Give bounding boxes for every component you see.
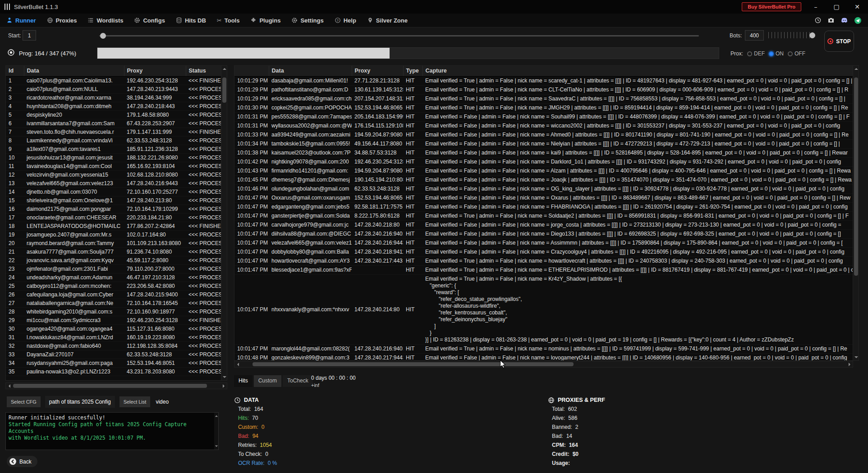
job-row[interactable]: 25catboypro112@gmail.com:mcohen:223.206.… bbox=[6, 282, 221, 290]
column-header[interactable]: Data bbox=[269, 66, 352, 76]
log-scrollbar[interactable] bbox=[214, 413, 218, 450]
job-row[interactable]: 6ivanmillarsantana7@gmail.com:Sam67.43.2… bbox=[6, 119, 221, 127]
column-header[interactable] bbox=[234, 66, 269, 76]
job-row[interactable]: 31l.nowaklukasz84@gmail.com:LNZrd160.19.… bbox=[6, 333, 221, 341]
nav-tools[interactable]: ✂ Tools bbox=[217, 17, 240, 24]
hit-row[interactable]: 10:01:29 PMpathoftitanstitano@gmail.com:… bbox=[234, 85, 853, 94]
hit-row[interactable]: 10:01:31 PMwyllasousa2002@gmail.com:@W17… bbox=[234, 121, 853, 130]
job-row[interactable]: 7steven.toto.flo@chih.nuevaescuela.r179.… bbox=[6, 127, 221, 136]
column-header[interactable]: Proxy bbox=[124, 66, 186, 76]
buy-pro-button[interactable]: Buy SilverBullet Pro bbox=[742, 2, 801, 11]
bots-input[interactable] bbox=[745, 30, 764, 41]
hit-row[interactable]: 10:01:30 PMcopkei25@gmail.com:POPOCHA152… bbox=[234, 103, 853, 112]
hit-row[interactable]: 10:01:43 PMfirmanridho141201@gmail.com:1… bbox=[234, 166, 853, 175]
radio-icon[interactable] bbox=[747, 51, 752, 56]
hit-row[interactable]: 10:01:47 PMnhxxvanakly@gmail.com:*nhxxv1… bbox=[234, 274, 853, 344]
hit-row[interactable]: 10:01:31 PMpes555288@gmail.com:7amapes20… bbox=[234, 112, 853, 121]
job-row[interactable]: 21asakura7777@gmail.com:Soulja77791.236.… bbox=[6, 247, 221, 256]
hits-horizontal-scrollbar[interactable] bbox=[234, 361, 853, 368]
scroll-up-arrow[interactable] bbox=[221, 66, 227, 72]
close-button[interactable]: ✕ bbox=[851, 3, 863, 10]
hit-row[interactable]: 10:01:47 PMedgarganteng@gmail.com:jebs59… bbox=[234, 202, 853, 211]
hit-row[interactable]: 10:01:47 PMmaronglol44@gmail.com:08282(1… bbox=[234, 344, 853, 353]
radio-icon[interactable] bbox=[788, 51, 793, 56]
column-header[interactable]: Type bbox=[403, 66, 423, 76]
job-row[interactable]: 15shirleiveira@gmail.com:Onelove@1147.28… bbox=[6, 196, 221, 205]
hit-row[interactable]: 10:01:45 PMdhemesg7@gmail.com:Dhemesj190… bbox=[234, 175, 853, 184]
prox-option-off[interactable]: OFF bbox=[788, 50, 805, 57]
telegram-icon[interactable] bbox=[854, 17, 862, 24]
scroll-up-arrow[interactable] bbox=[215, 414, 218, 417]
hit-row[interactable]: 10:01:48 PMgonzaleskevin899@gmail.com:31… bbox=[234, 353, 853, 361]
job-row[interactable]: 29mi1ccu@mail.com:Sydmiccra3192.46.230.2… bbox=[6, 316, 221, 324]
job-row[interactable]: 1caio07plus@gmail.com:Caiolima13.192.46.… bbox=[6, 76, 221, 85]
scroll-right-arrow[interactable] bbox=[846, 361, 853, 367]
nav-hitsdb[interactable]: Hits DB bbox=[176, 17, 206, 24]
column-header[interactable]: Status bbox=[186, 66, 221, 76]
hit-row[interactable]: 10:01:47 PMcarvalhojorge979@gmail.com:jc… bbox=[234, 220, 853, 229]
job-row[interactable]: 13velezafvel665@gmail.com:velez123147.28… bbox=[6, 179, 221, 187]
jobs-vscroll-thumb[interactable] bbox=[222, 77, 226, 103]
jobs-hscroll-thumb[interactable] bbox=[13, 384, 207, 388]
scroll-down-arrow[interactable] bbox=[215, 446, 218, 448]
job-row[interactable]: 26cafequilanga.loja@gmail.com:Cyber147.2… bbox=[6, 290, 221, 299]
scroll-left-arrow[interactable] bbox=[234, 361, 241, 367]
hit-row[interactable]: 10:01:47 PMdiihsilva88@gmail.com:@DIEGC1… bbox=[234, 229, 853, 238]
hits-vscroll-thumb[interactable] bbox=[854, 77, 858, 276]
prox-option-def[interactable]: DEF bbox=[747, 50, 765, 57]
hit-row[interactable]: 10:01:29 PMdasabaja@gmail.com:Milleni01!… bbox=[234, 76, 853, 85]
job-row[interactable]: 19josamguepo.2407@gmail.com:Mr.s102.0.17… bbox=[6, 230, 221, 239]
job-row[interactable]: 32nastdoxe@gmail.com:fabio640112.198.128… bbox=[6, 341, 221, 350]
job-row[interactable]: 11tavainedouglas14@gmail.com:Cool165.16.… bbox=[6, 162, 221, 170]
bots-slider-thumb[interactable] bbox=[809, 32, 815, 38]
job-row[interactable]: 34rusydansyahmi25@gmail.com:paga152.53.1… bbox=[6, 359, 221, 367]
scroll-right-arrow[interactable] bbox=[220, 383, 227, 389]
job-row[interactable]: 30ogangea420@gmail.com:ogangea4115.127.3… bbox=[6, 324, 221, 333]
hit-row[interactable]: 10:01:42 PMnightking09078@gmail.com:2001… bbox=[234, 157, 853, 166]
hit-row[interactable]: 10:01:47 PMdobbylobby80@gmail.com:Balla1… bbox=[234, 247, 853, 256]
job-row[interactable]: 5despiskyline20179.1.48.58:8080<<< PROCE… bbox=[6, 110, 221, 119]
column-header[interactable]: Proxy bbox=[352, 66, 403, 76]
hits-hscroll-thumb[interactable] bbox=[253, 362, 574, 366]
start-input[interactable] bbox=[23, 30, 36, 41]
hit-row[interactable]: 10:01:46 PMolundegungbolahan@gmail.com62… bbox=[234, 184, 853, 193]
runner-log[interactable]: Runner initialized succesfully!Started R… bbox=[5, 412, 219, 450]
hit-row[interactable]: 10:01:33 PMaa9394249@gmail.com:aezakmi19… bbox=[234, 130, 853, 139]
prox-option-on[interactable]: ON bbox=[769, 50, 784, 57]
hits-vertical-scrollbar[interactable] bbox=[853, 66, 859, 360]
tab-tocheck[interactable]: ToCheck bbox=[283, 375, 313, 387]
nav-settings[interactable]: Settings bbox=[291, 17, 323, 24]
history-icon[interactable] bbox=[814, 17, 822, 24]
job-row[interactable]: 35paulina-nowak13@o2.pl:LNZr122343.231.7… bbox=[6, 367, 221, 376]
job-row[interactable]: 9a1llext07@gmail.com:tavares1185.91.121.… bbox=[6, 145, 221, 153]
hit-row[interactable]: 10:01:29 PMericksaavedra085@gmail.com:ch… bbox=[234, 94, 853, 103]
jobs-vertical-scrollbar[interactable] bbox=[221, 66, 227, 380]
job-row[interactable]: 20raymond.berard@gmail.com:Tammy101.109.… bbox=[6, 239, 221, 247]
nav-configs[interactable]: Configs bbox=[134, 17, 165, 24]
nav-wordlists[interactable]: Wordlists bbox=[87, 17, 123, 24]
hit-row[interactable]: 10:01:47 PMhowartlovecraft@gmail.com:AY3… bbox=[234, 256, 853, 265]
hit-row[interactable]: 10:01:34 PMtambokskie15@gmail.com:0955!4… bbox=[234, 139, 853, 148]
start-slider[interactable] bbox=[99, 35, 699, 36]
job-row[interactable]: 12velozirvin@gmail.com:yessenia15102.68.… bbox=[6, 170, 221, 179]
stop-button[interactable]: STOP bbox=[824, 31, 854, 52]
job-row[interactable]: 22jovanovic.sava.art@gmail.com:Kyqv45.59… bbox=[6, 256, 221, 264]
nav-silver-zone[interactable]: Silver Zone bbox=[367, 17, 408, 24]
tab-hits[interactable]: Hits bbox=[234, 375, 253, 387]
nav-help[interactable]: ? Help bbox=[335, 17, 356, 24]
job-row[interactable]: 4huynhtantai208@gmail.com:ditmeh147.28.2… bbox=[6, 102, 221, 110]
maximize-button[interactable]: ▢ bbox=[830, 3, 843, 10]
hit-row[interactable]: 10:01:47 PMvelezafvel665@gmail.com:velez… bbox=[234, 238, 853, 247]
job-row[interactable]: 14djnetto.nb@gmail.com:0307072.10.160.17… bbox=[6, 187, 221, 196]
job-row[interactable]: 27nataliaballengarnica@gmail.com:Ne72.10… bbox=[6, 299, 221, 307]
nav-runner[interactable]: Runner bbox=[6, 17, 36, 24]
job-row[interactable]: 17onoclaraete@gmail.com:CHEESEAR220.233.… bbox=[6, 213, 221, 222]
nav-proxies[interactable]: Proxies bbox=[47, 17, 77, 24]
job-row[interactable]: 33DayanaZali:27010762.33.53.248:3128<<< … bbox=[6, 350, 221, 359]
jobs-horizontal-scrollbar[interactable] bbox=[5, 382, 227, 389]
bots-slider[interactable] bbox=[768, 32, 813, 38]
tab-custom[interactable]: Custom bbox=[254, 375, 281, 387]
scroll-left-arrow[interactable] bbox=[6, 383, 12, 389]
hit-row[interactable]: 10:01:47 PMOxxarus@gmail.com:oxarusgam15… bbox=[234, 193, 853, 202]
scroll-up-arrow[interactable] bbox=[853, 66, 859, 72]
